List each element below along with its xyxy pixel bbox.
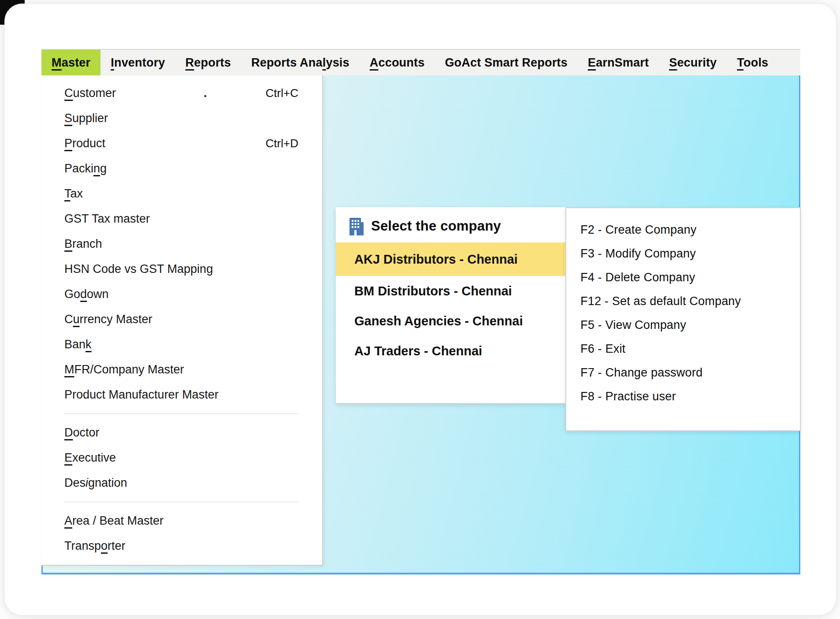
hotkey-letter: C (64, 86, 73, 100)
menu-item-reports-analysis[interactable]: Reports Analysis (241, 50, 360, 75)
hotkey-letter: A (64, 514, 72, 527)
label: Supplier (64, 112, 108, 125)
hotkey-letter: M (64, 363, 74, 376)
label: Branch (64, 237, 102, 251)
menu-item-gst-tax-master[interactable]: GST Tax master (41, 206, 322, 231)
hotkey-letter: S (64, 112, 72, 125)
menu-item-doctor[interactable]: Doctor (41, 420, 322, 445)
company-dialog-header: Select the company (336, 207, 565, 242)
menu-item-transporter[interactable]: Transporter (41, 533, 322, 559)
hotkey-letter: A (370, 56, 379, 69)
hotkey-letter: P (64, 137, 72, 150)
label: Inventory (111, 56, 165, 70)
shortcut-label: Ctrl+C (266, 86, 298, 100)
fkey-item-f4[interactable]: F4 - Delete Company (566, 265, 800, 289)
menu-item-earnsmart[interactable]: EarnSmart (578, 50, 659, 75)
hotkey-letter: u (73, 313, 80, 326)
label: Tax (64, 187, 83, 201)
label: Designation (64, 476, 127, 490)
label: Godown (64, 287, 109, 301)
label: HSN Code vs GST Mapping (64, 262, 213, 276)
label: Security (669, 56, 717, 70)
function-key-panel: F2 - Create CompanyF3 - Modify CompanyF4… (565, 207, 801, 431)
label: Doctor (64, 426, 100, 440)
hotkey-letter: n (93, 162, 100, 175)
label: EarnSmart (588, 56, 649, 70)
menu-item-customer[interactable]: Customer.Ctrl+C (41, 81, 322, 106)
label: Master (52, 56, 90, 70)
hotkey-letter: T (64, 187, 71, 200)
label: Transporter (64, 539, 126, 553)
hotkey-letter: l (323, 56, 326, 69)
company-item-bm-distributors-chennai[interactable]: BM Distributors - Chennai (336, 276, 565, 306)
menu-item-reports[interactable]: Reports (175, 50, 241, 75)
menu-item-product[interactable]: ProductCtrl+D (41, 131, 322, 156)
company-list: AKJ Distributors - ChennaiBM Distributor… (336, 242, 565, 366)
label: MFR/Company Master (64, 363, 184, 377)
label: Product Manufacturer Master (64, 388, 219, 402)
hotkey-letter: B (64, 237, 72, 250)
menu-item-mfr-company-master[interactable]: MFR/Company Master (41, 357, 322, 382)
menu-item-goact-smart-reports[interactable]: GoAct Smart Reports (435, 50, 577, 75)
menu-divider (64, 414, 299, 414)
company-item-akj-distributors-chennai[interactable]: AKJ Distributors - Chennai (336, 242, 565, 276)
hotkey-letter: T (737, 56, 743, 69)
fkey-item-f2[interactable]: F2 - Create Company (566, 218, 800, 242)
fkey-item-f3[interactable]: F3 - Modify Company (566, 242, 800, 265)
menu-item-supplier[interactable]: Supplier (41, 106, 322, 131)
hotkey-letter: S (669, 56, 677, 69)
hotkey-letter: o (101, 539, 108, 552)
company-item-ganesh-agencies-chennai[interactable]: Ganesh Agencies - Chennai (336, 306, 565, 336)
hotkey-letter: D (64, 426, 73, 439)
fkey-item-f6[interactable]: F6 - Exit (566, 337, 800, 361)
label: Tools (737, 56, 768, 70)
menu-item-hsn-code-vs-gst-mapping[interactable]: HSN Code vs GST Mapping (41, 257, 322, 282)
label: Reports (186, 56, 231, 70)
hotkey-letter: R (186, 56, 194, 69)
label: Currency Master (64, 313, 152, 326)
label: Area / Beat Master (64, 514, 164, 528)
master-menu-dropdown: Customer.Ctrl+CSupplierProductCtrl+DPack… (41, 75, 323, 566)
fkey-item-f8[interactable]: F8 - Practise user (566, 384, 800, 408)
menu-item-currency-master[interactable]: Currency Master (41, 307, 322, 332)
fkey-item-f5[interactable]: F5 - View Company (566, 313, 800, 337)
label: Reports Analysis (251, 56, 349, 70)
company-dialog-title: Select the company (371, 218, 501, 234)
label: GST Tax master (64, 212, 150, 226)
company-dialog: Select the company AKJ Distributors - Ch… (336, 207, 565, 404)
stray-dot: . (204, 86, 207, 100)
menu-divider (64, 502, 299, 502)
menu-item-security[interactable]: Security (659, 50, 727, 75)
menu-item-master[interactable]: Master (41, 50, 100, 75)
hotkey-letter: I (111, 56, 114, 69)
menu-item-packing[interactable]: Packing (41, 156, 322, 181)
hotkey-letter: i (85, 476, 88, 489)
fkey-item-f12[interactable]: F12 - Set as default Company (566, 289, 800, 313)
label: Product (64, 137, 105, 150)
label: Customer (64, 86, 116, 100)
menu-item-executive[interactable]: Executive (41, 445, 322, 470)
label: GoAct Smart Reports (445, 56, 567, 70)
menu-item-bank[interactable]: Bank (41, 332, 322, 357)
menu-item-tools[interactable]: Tools (727, 50, 778, 75)
menu-bar: MasterInventoryReportsReports AnalysisAc… (41, 49, 800, 75)
label: Bank (64, 338, 92, 351)
menu-item-accounts[interactable]: Accounts (360, 50, 435, 75)
hotkey-letter: d (80, 287, 87, 301)
hotkey-letter: E (588, 56, 596, 69)
menu-item-branch[interactable]: Branch (41, 231, 322, 257)
hotkey-letter: M (52, 56, 62, 69)
menu-item-inventory[interactable]: Inventory (100, 50, 175, 75)
menu-item-tax[interactable]: Tax (41, 181, 322, 206)
label: Executive (64, 451, 116, 465)
fkey-item-f7[interactable]: F7 - Change password (566, 361, 800, 384)
company-item-aj-traders-chennai[interactable]: AJ Traders - Chennai (336, 336, 565, 366)
hotkey-letter: E (64, 451, 72, 464)
menu-item-area-beat-master[interactable]: Area / Beat Master (41, 508, 322, 533)
building-icon (349, 217, 364, 235)
menu-item-godown[interactable]: Godown (41, 282, 322, 307)
menu-item-designation[interactable]: Designation (41, 470, 322, 496)
shortcut-label: Ctrl+D (266, 137, 298, 150)
label: Packing (64, 162, 107, 175)
menu-item-product-manufacturer-master[interactable]: Product Manufacturer Master (41, 382, 322, 407)
